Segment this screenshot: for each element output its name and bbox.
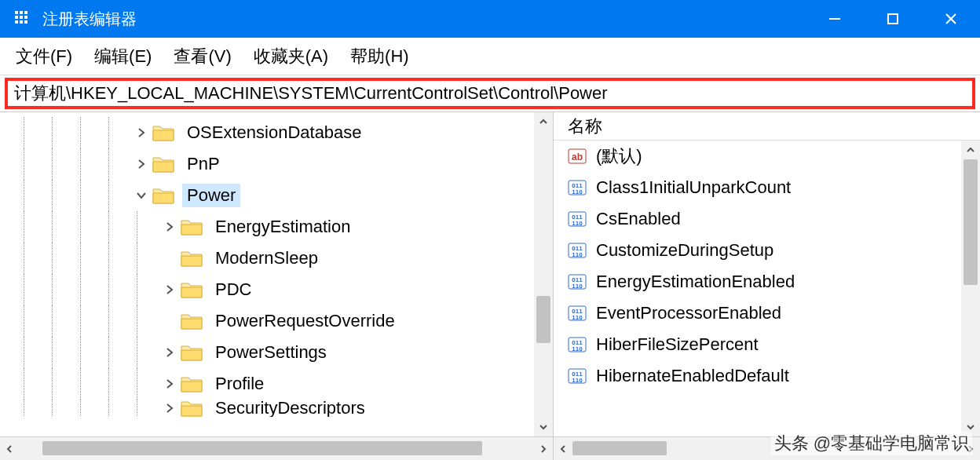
value-row[interactable]: 011110HiberFileSizePercent — [554, 329, 961, 360]
binary-value-icon: 011110 — [568, 367, 587, 385]
tree-item[interactable]: Power — [0, 180, 534, 211]
value-name: EnergyEstimationEnabled — [596, 272, 795, 292]
folder-icon — [181, 249, 203, 268]
close-button[interactable] — [922, 0, 980, 38]
svg-text:ab: ab — [572, 152, 583, 162]
value-row[interactable]: 011110EventProcessorEnabled — [554, 298, 961, 329]
svg-rect-2 — [24, 11, 27, 14]
column-header-name[interactable]: 名称 — [554, 112, 980, 141]
svg-text:110: 110 — [572, 188, 583, 195]
svg-text:110: 110 — [572, 251, 583, 258]
scroll-thumb[interactable] — [536, 296, 550, 343]
tree-item[interactable]: PnP — [0, 148, 534, 180]
value-name: CustomizeDuringSetup — [596, 240, 773, 261]
menu-file[interactable]: 文件(F) — [16, 45, 72, 68]
tree-item-label: PnP — [182, 152, 225, 176]
scroll-thumb[interactable] — [964, 159, 978, 285]
svg-text:110: 110 — [572, 220, 583, 227]
string-value-icon: ab — [568, 147, 587, 166]
tree-item[interactable]: PDC — [0, 274, 534, 305]
binary-value-icon: 011110 — [568, 272, 587, 291]
watermark: 头条 @零基础学电脑常识 — [771, 432, 972, 455]
folder-icon — [181, 217, 203, 236]
scroll-up-icon[interactable] — [961, 141, 980, 159]
svg-text:110: 110 — [572, 377, 583, 384]
tree-expander-icon[interactable] — [133, 125, 149, 141]
scroll-down-icon[interactable] — [534, 418, 553, 436]
scroll-thumb[interactable] — [572, 441, 667, 455]
svg-text:110: 110 — [572, 314, 583, 321]
tree-expander-icon[interactable] — [162, 345, 177, 360]
menu-view[interactable]: 查看(V) — [174, 45, 231, 68]
tree-item[interactable]: EnergyEstimation — [0, 211, 534, 243]
value-name: CsEnabled — [596, 209, 681, 229]
binary-value-icon: 011110 — [568, 210, 587, 228]
value-row[interactable]: 011110HibernateEnabledDefault — [554, 360, 961, 392]
tree-horizontal-scrollbar[interactable] — [0, 437, 554, 460]
tree-item-label: PowerSettings — [210, 341, 331, 364]
value-row[interactable]: 011110EnergyEstimationEnabled — [554, 266, 961, 298]
tree-expander-icon[interactable] — [162, 376, 177, 392]
value-name: (默认) — [596, 144, 642, 168]
svg-text:110: 110 — [572, 283, 583, 290]
tree-item[interactable]: PowerRequestOverride — [0, 305, 534, 337]
minimize-button[interactable] — [806, 0, 864, 38]
menu-favorites[interactable]: 收藏夹(A) — [254, 45, 328, 68]
value-name: HibernateEnabledDefault — [596, 366, 789, 386]
scroll-left-icon[interactable] — [0, 437, 19, 461]
svg-rect-5 — [24, 16, 27, 19]
tree-view[interactable]: OSExtensionDatabasePnPPowerEnergyEstimat… — [0, 112, 534, 436]
tree-item-label: PowerRequestOverride — [210, 309, 400, 333]
address-bar[interactable]: 计算机\HKEY_LOCAL_MACHINE\SYSTEM\CurrentCon… — [5, 78, 975, 109]
svg-rect-6 — [15, 20, 18, 24]
tree-item[interactable]: OSExtensionDatabase — [0, 117, 534, 148]
tree-item[interactable]: Profile — [0, 368, 534, 400]
svg-rect-7 — [20, 20, 23, 24]
tree-item[interactable]: SecurityDescriptors — [0, 400, 534, 417]
svg-rect-3 — [15, 16, 18, 19]
folder-icon — [181, 312, 203, 330]
tree-item-label: OSExtensionDatabase — [182, 121, 367, 144]
menu-help[interactable]: 帮助(H) — [350, 45, 409, 68]
tree-item[interactable]: ModernSleep — [0, 243, 534, 274]
svg-text:110: 110 — [572, 345, 583, 352]
scroll-track[interactable] — [961, 159, 980, 418]
tree-expander-icon[interactable] — [133, 156, 149, 172]
tree-item-label: Profile — [210, 372, 269, 396]
app-icon — [14, 10, 31, 27]
values-list[interactable]: ab(默认)011110Class1InitialUnparkCount0111… — [554, 141, 961, 436]
tree-pane: OSExtensionDatabasePnPPowerEnergyEstimat… — [0, 112, 554, 436]
value-row[interactable]: 011110CustomizeDuringSetup — [554, 235, 961, 266]
tree-expander-icon[interactable] — [133, 188, 149, 203]
binary-value-icon: 011110 — [568, 335, 587, 354]
tree-expander-icon[interactable] — [162, 313, 177, 329]
value-row[interactable]: ab(默认) — [554, 141, 961, 172]
title-bar: 注册表编辑器 — [0, 0, 980, 38]
maximize-button[interactable] — [864, 0, 922, 38]
tree-expander-icon[interactable] — [162, 282, 177, 298]
folder-icon — [181, 400, 203, 417]
tree-vertical-scrollbar[interactable] — [534, 112, 553, 436]
tree-expander-icon[interactable] — [162, 250, 177, 266]
tree-item-label: EnergyEstimation — [210, 215, 355, 239]
tree-item-label: SecurityDescriptors — [210, 400, 370, 417]
binary-value-icon: 011110 — [568, 178, 587, 197]
tree-item-label: Power — [182, 184, 240, 207]
address-bar-container: 计算机\HKEY_LOCAL_MACHINE\SYSTEM\CurrentCon… — [0, 75, 980, 111]
menu-edit[interactable]: 编辑(E) — [94, 45, 152, 68]
folder-icon — [152, 123, 174, 142]
scroll-track[interactable] — [534, 131, 553, 418]
tree-item[interactable]: PowerSettings — [0, 337, 534, 368]
scroll-right-icon[interactable] — [534, 437, 553, 461]
scroll-track[interactable] — [19, 437, 534, 461]
value-name: HiberFileSizePercent — [596, 334, 759, 355]
scroll-thumb[interactable] — [42, 441, 482, 455]
list-vertical-scrollbar[interactable] — [961, 141, 980, 436]
tree-expander-icon[interactable] — [162, 219, 177, 235]
scroll-left-icon[interactable] — [554, 437, 572, 461]
value-row[interactable]: 011110Class1InitialUnparkCount — [554, 172, 961, 203]
value-row[interactable]: 011110CsEnabled — [554, 203, 961, 235]
scroll-up-icon[interactable] — [534, 112, 553, 131]
tree-expander-icon[interactable] — [162, 400, 177, 416]
binary-value-icon: 011110 — [568, 241, 587, 260]
